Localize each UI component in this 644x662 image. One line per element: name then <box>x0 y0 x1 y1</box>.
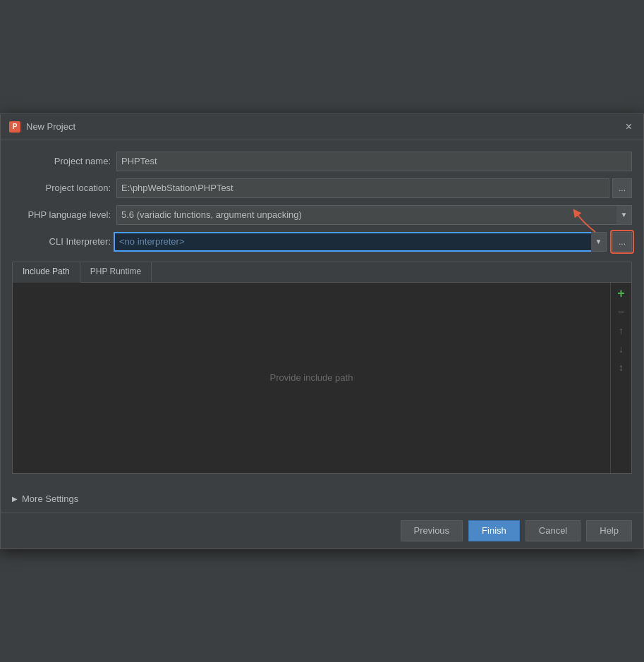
project-name-input[interactable] <box>116 152 632 171</box>
title-bar-left: P New Project <box>9 121 75 133</box>
add-path-button[interactable]: + <box>613 286 630 302</box>
title-bar: P New Project × <box>1 114 643 140</box>
close-button[interactable]: × <box>623 120 635 134</box>
cli-interpreter-row: CLI Interpreter: <no interpreter> ▼ ... <box>12 232 632 252</box>
php-language-level-label: PHP language level: <box>12 209 111 220</box>
sidebar-toolbar: + − ↑ ↓ ↕ <box>610 283 631 473</box>
cli-interpreter-select-wrapper: <no interpreter> ▼ <box>114 232 607 252</box>
cancel-button[interactable]: Cancel <box>525 520 581 541</box>
include-path-placeholder: Provide include path <box>13 283 610 473</box>
php-language-level-select[interactable]: 5.6 (variadic functions, argument unpack… <box>116 205 632 225</box>
more-settings-chevron-icon: ▶ <box>12 495 18 503</box>
more-settings-toggle[interactable]: ▶ More Settings <box>12 494 78 504</box>
project-location-row: Project location: ... <box>12 178 632 198</box>
tabs-section: Include Path PHP Runtime Provide include… <box>12 262 632 474</box>
tab-include-path[interactable]: Include Path <box>13 262 80 283</box>
php-language-level-row: PHP language level: 5.6 (variadic functi… <box>12 205 632 225</box>
project-location-label: Project location: <box>12 183 111 193</box>
move-down-button[interactable]: ↓ <box>613 341 630 357</box>
tab-php-runtime[interactable]: PHP Runtime <box>80 262 152 282</box>
dialog-title: New Project <box>26 121 75 132</box>
new-project-dialog: P New Project × Project name: Project lo… <box>0 114 644 549</box>
tabs-content: Provide include path + − ↑ ↓ ↕ <box>13 283 631 473</box>
dialog-body: Project name: Project location: ... PHP … <box>1 140 643 485</box>
cli-browse-wrapper: ... <box>612 232 632 252</box>
cli-interpreter-label: CLI Interpreter: <box>12 236 111 247</box>
move-up-button[interactable]: ↑ <box>613 322 630 339</box>
more-settings-label: More Settings <box>22 494 78 504</box>
remove-path-button[interactable]: − <box>613 304 630 321</box>
project-location-browse-button[interactable]: ... <box>612 178 632 198</box>
project-name-label: Project name: <box>12 156 111 166</box>
cli-interpreter-select[interactable]: <no interpreter> <box>114 232 607 252</box>
project-location-input-group: ... <box>116 178 632 198</box>
php-language-level-select-wrapper: 5.6 (variadic functions, argument unpack… <box>116 205 632 225</box>
finish-button[interactable]: Finish <box>468 520 520 541</box>
help-button[interactable]: Help <box>586 520 632 541</box>
sort-button[interactable]: ↕ <box>613 359 630 376</box>
bottom-section: ▶ More Settings <box>1 485 643 513</box>
previous-button[interactable]: Previous <box>401 520 463 541</box>
cli-interpreter-browse-button[interactable]: ... <box>612 232 632 252</box>
project-name-row: Project name: <box>12 152 632 171</box>
tabs-header: Include Path PHP Runtime <box>13 262 631 283</box>
app-icon: P <box>9 121 20 133</box>
project-location-input[interactable] <box>116 178 609 198</box>
dialog-footer: Previous Finish Cancel Help <box>1 513 643 548</box>
